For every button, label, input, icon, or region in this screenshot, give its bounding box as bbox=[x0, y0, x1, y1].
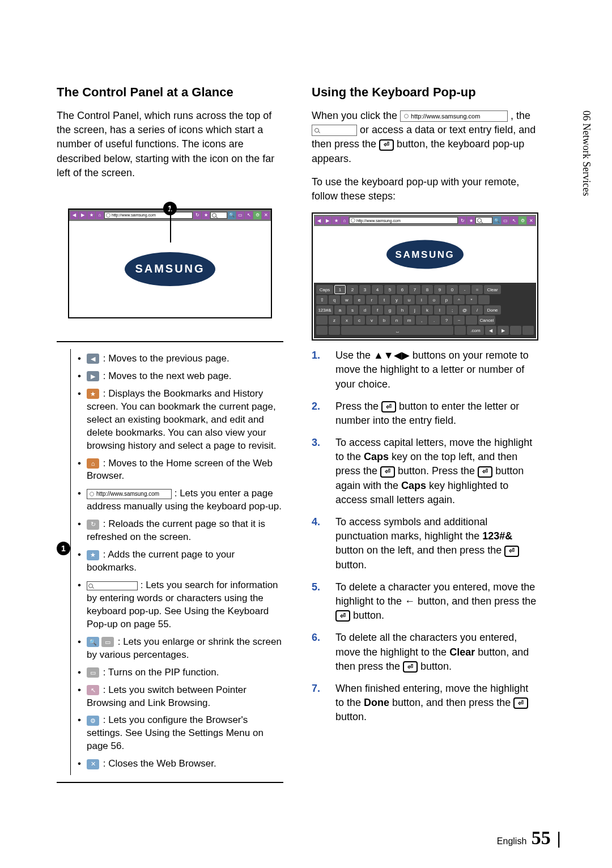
step-item: 6.To delete all the characters you enter… bbox=[312, 631, 538, 674]
keyboard-key: 6 bbox=[397, 285, 408, 294]
kb-row: 123#&asdfghjkl;@/Done bbox=[316, 305, 534, 314]
step-number: 3. bbox=[312, 436, 326, 507]
list-item: ▶ : Moves to the next web page. bbox=[80, 370, 283, 383]
step-text: To access symbols and additional punctua… bbox=[335, 515, 538, 572]
right-p1: When you click the http://www.samsung.co… bbox=[312, 109, 538, 166]
list-item: ↻ : Reloads the current page so that it … bbox=[80, 518, 283, 544]
step-item: 4.To access symbols and additional punct… bbox=[312, 515, 538, 572]
onscreen-keyboard: Caps1234567890-=Clear ⇧qwertyuiop^* 123#… bbox=[314, 283, 536, 338]
zoom-display-icon: ▭ bbox=[101, 637, 114, 647]
globe-icon bbox=[90, 492, 94, 496]
item-text: : Reloads the current page so that it is… bbox=[87, 518, 265, 542]
callout-line bbox=[170, 209, 171, 242]
keyboard-key: Clear bbox=[484, 285, 501, 294]
keyboard-key: q bbox=[329, 295, 340, 304]
list-item: ◀ : Moves to the previous page. bbox=[80, 352, 283, 365]
list-item: http://www.samsung.com : Lets you enter … bbox=[80, 487, 283, 513]
url-text: http://www.samsung.com bbox=[96, 490, 159, 498]
keyboard-key: x bbox=[341, 316, 352, 325]
keyboard-key: ? bbox=[441, 316, 452, 325]
keyboard-key: ~ bbox=[453, 316, 465, 325]
keyboard-key: ; bbox=[447, 305, 458, 314]
keyboard-key: 1 bbox=[334, 285, 346, 294]
bookmarks-icon: ★ bbox=[87, 211, 95, 219]
footer-lang: English bbox=[497, 836, 526, 846]
keyboard-key: / bbox=[471, 305, 483, 314]
step-item: 2.Press the ⏎ button to enter the letter… bbox=[312, 399, 538, 428]
keyboard-key: t bbox=[379, 295, 390, 304]
enter-button-icon: ⏎ bbox=[513, 697, 528, 709]
kb-row: zxcvbnm,.?~Cancel bbox=[316, 316, 534, 325]
keyboard-key bbox=[316, 326, 328, 335]
close-icon: ✕ bbox=[527, 216, 535, 224]
kb-row: Caps1234567890-=Clear bbox=[316, 285, 534, 294]
keyboard-key: s bbox=[347, 305, 358, 314]
icon-list: ◀ : Moves to the previous page. ▶ : Move… bbox=[71, 349, 283, 775]
keyboard-key: .com bbox=[467, 326, 484, 335]
kb-browser-toolbar: ◀ ▶ ★ ⌂ http://www.samsung.com ↻ ★ 🔍 ▭ ↖… bbox=[314, 215, 536, 226]
keyboard-key: = bbox=[471, 285, 483, 294]
globe-icon bbox=[106, 213, 110, 218]
pointer-icon: ↖ bbox=[245, 211, 253, 219]
keyboard-key bbox=[316, 316, 328, 325]
keyboard-key: o bbox=[428, 295, 440, 304]
keyboard-key: 7 bbox=[409, 285, 420, 294]
step-text: To delete all the characters you entered… bbox=[335, 631, 538, 674]
close-icon: ✕ bbox=[262, 211, 270, 219]
item-text: : Moves to the Home screen of the Web Br… bbox=[87, 458, 273, 482]
keyboard-key: d bbox=[359, 305, 371, 314]
keyboard-key: Done bbox=[484, 305, 501, 314]
keyboard-key: . bbox=[428, 316, 440, 325]
keyboard-key: 2 bbox=[347, 285, 358, 294]
keyboard-key: p bbox=[441, 295, 452, 304]
keyboard-key: c bbox=[354, 316, 365, 325]
right-heading: Using the Keyboard Pop-up bbox=[312, 85, 538, 100]
enter-button-icon: ⏎ bbox=[403, 661, 418, 673]
keyboard-key: ^ bbox=[453, 295, 465, 304]
list-item: ↖ : Lets you switch between Pointer Brow… bbox=[80, 684, 283, 710]
step-number: 2. bbox=[312, 399, 326, 428]
step-number: 1. bbox=[312, 348, 326, 392]
enter-button-icon: ⏎ bbox=[379, 139, 394, 151]
enter-button-icon: ⏎ bbox=[504, 546, 519, 557]
pointer-icon: ↖ bbox=[87, 685, 99, 695]
bookmarks-icon: ★ bbox=[87, 389, 99, 399]
url-text: http://www.samsung.com bbox=[356, 219, 401, 223]
zoom-in-icon: 🔍 bbox=[87, 637, 99, 647]
keyboard-key: y bbox=[391, 295, 402, 304]
globe-icon bbox=[351, 218, 355, 223]
page-footer: English 55 | bbox=[497, 827, 561, 849]
globe-icon bbox=[404, 114, 409, 118]
list-item: ▭ : Turns on the PIP function. bbox=[80, 666, 283, 679]
forward-icon: ▶ bbox=[79, 211, 87, 219]
list-item: : Lets you search for information by ent… bbox=[80, 579, 283, 631]
reload-icon: ↻ bbox=[458, 216, 466, 224]
enter-button-icon: ⏎ bbox=[478, 466, 492, 478]
keyboard-key: v bbox=[366, 316, 377, 325]
keyboard-key: 0 bbox=[447, 285, 458, 294]
item-text: : Lets you switch between Pointer Browsi… bbox=[87, 684, 246, 708]
footer-bar: | bbox=[556, 829, 561, 848]
settings-icon: ⚙ bbox=[253, 211, 261, 219]
close-icon: ✕ bbox=[87, 759, 99, 769]
zoom-icon: 🔍 bbox=[228, 211, 236, 219]
keyboard-key bbox=[454, 326, 466, 335]
search-input-icon bbox=[312, 125, 357, 136]
keyboard-key: z bbox=[329, 316, 340, 325]
url-field: http://www.samsung.com bbox=[104, 212, 193, 219]
magnifier-icon bbox=[314, 128, 319, 133]
back-icon: ◀ bbox=[87, 354, 99, 364]
left-intro: The Control Panel, which runs across the… bbox=[57, 109, 283, 180]
keyboard-key: h bbox=[397, 305, 408, 314]
keyboard-key: m bbox=[403, 316, 415, 325]
keyboard-key: Caps bbox=[316, 285, 333, 294]
url-field: http://www.samsung.com bbox=[349, 217, 458, 224]
left-column: The Control Panel at a Glance The Contro… bbox=[57, 85, 283, 783]
item-text: : Moves to the previous page. bbox=[100, 353, 230, 364]
enter-button-icon: ⏎ bbox=[380, 466, 395, 478]
keyboard-key bbox=[478, 295, 490, 304]
samsung-logo: SAMSUNG bbox=[386, 240, 464, 269]
section-tab: 06 Network Services bbox=[580, 110, 592, 196]
keyboard-key: g bbox=[384, 305, 396, 314]
back-icon: ◀ bbox=[315, 216, 323, 224]
